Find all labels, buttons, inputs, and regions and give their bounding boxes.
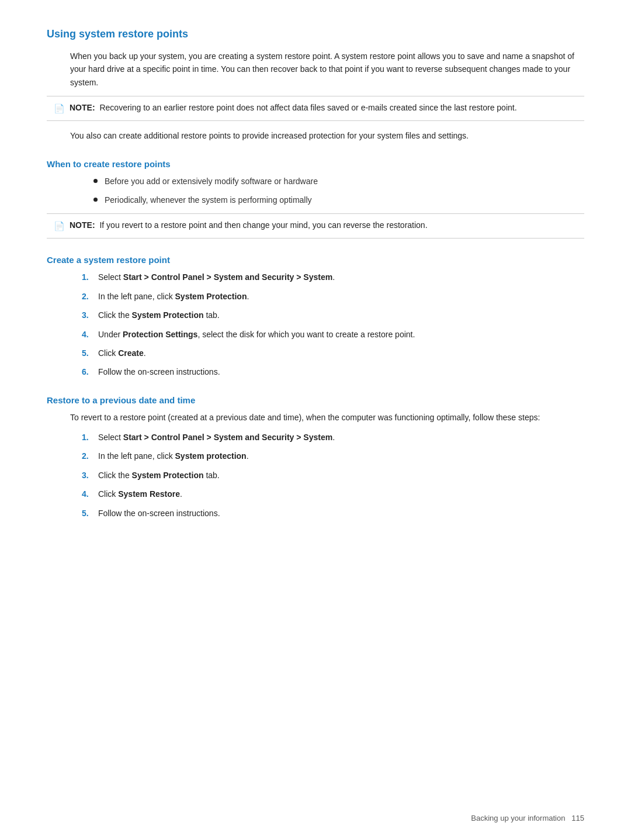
table-row: 5. Click Create. bbox=[82, 347, 584, 359]
step-text-2: In the left pane, click System Protectio… bbox=[98, 290, 249, 303]
restore-step-text-4: Click System Restore. bbox=[98, 488, 182, 500]
table-row: 4. Click System Restore. bbox=[82, 488, 584, 500]
step-text-3: Click the System Protection tab. bbox=[98, 309, 220, 322]
bullet-text-2: Periodically, whenever the system is per… bbox=[105, 193, 312, 206]
when-section-title: When to create restore points bbox=[47, 159, 584, 169]
restore-step-text-5: Follow the on-screen instructions. bbox=[98, 507, 220, 520]
table-row: 2. In the left pane, click System protec… bbox=[82, 450, 584, 462]
step-text-4: Under Protection Settings, select the di… bbox=[98, 328, 415, 341]
restore-intro: To revert to a restore point (created at… bbox=[70, 411, 584, 424]
table-row: 3. Click the System Protection tab. bbox=[82, 309, 584, 322]
list-item: Before you add or extensively modify sof… bbox=[93, 175, 584, 188]
table-row: 5. Follow the on-screen instructions. bbox=[82, 507, 584, 520]
create-steps-list: 1. Select Start > Control Panel > System… bbox=[82, 271, 584, 378]
note-icon-1: 📄 bbox=[54, 102, 65, 116]
restore-step-number-2: 2. bbox=[82, 450, 98, 462]
when-bullet-list: Before you add or extensively modify sof… bbox=[93, 175, 584, 207]
intro-paragraph: When you back up your system, you are cr… bbox=[70, 50, 584, 89]
note-1-label: NOTE: bbox=[70, 103, 95, 112]
table-row: 1. Select Start > Control Panel > System… bbox=[82, 431, 584, 444]
table-row: 3. Click the System Protection tab. bbox=[82, 469, 584, 482]
page-number: 115 bbox=[571, 814, 584, 822]
restore-step-number-3: 3. bbox=[82, 469, 98, 482]
step-number-1: 1. bbox=[82, 271, 98, 284]
table-row: 4. Under Protection Settings, select the… bbox=[82, 328, 584, 341]
restore-step-text-3: Click the System Protection tab. bbox=[98, 469, 220, 482]
note-2-content: NOTE: If you revert to a restore point a… bbox=[70, 219, 428, 231]
note-box-1: 📄 NOTE: Recovering to an earlier restore… bbox=[47, 96, 584, 121]
bullet-text-1: Before you add or extensively modify sof… bbox=[105, 175, 318, 188]
additional-paragraph: You also can create additional restore p… bbox=[70, 129, 584, 142]
note-1-content: NOTE: Recovering to an earlier restore p… bbox=[70, 101, 517, 114]
step-number-2: 2. bbox=[82, 290, 98, 303]
table-row: 6. Follow the on-screen instructions. bbox=[82, 365, 584, 378]
create-section-title: Create a system restore point bbox=[47, 255, 584, 265]
note-icon-2: 📄 bbox=[54, 219, 65, 233]
step-number-3: 3. bbox=[82, 309, 98, 322]
restore-step-number-1: 1. bbox=[82, 431, 98, 444]
restore-steps-list: 1. Select Start > Control Panel > System… bbox=[82, 431, 584, 520]
bullet-dot bbox=[93, 179, 98, 183]
list-item: Periodically, whenever the system is per… bbox=[93, 193, 584, 206]
table-row: 2. In the left pane, click System Protec… bbox=[82, 290, 584, 303]
restore-section-title: Restore to a previous date and time bbox=[47, 395, 584, 405]
step-number-5: 5. bbox=[82, 347, 98, 359]
bullet-dot bbox=[93, 198, 98, 202]
page-footer: Backing up your information 115 bbox=[471, 814, 584, 822]
footer-text: Backing up your information bbox=[471, 814, 565, 822]
step-number-6: 6. bbox=[82, 365, 98, 378]
note-2-label: NOTE: bbox=[70, 220, 95, 230]
note-2-text: If you revert to a restore point and the… bbox=[98, 220, 428, 230]
step-text-1: Select Start > Control Panel > System an… bbox=[98, 271, 335, 284]
step-text-5: Click Create. bbox=[98, 347, 146, 359]
main-section-title: Using system restore points bbox=[47, 28, 584, 43]
table-row: 1. Select Start > Control Panel > System… bbox=[82, 271, 584, 284]
note-box-2: 📄 NOTE: If you revert to a restore point… bbox=[47, 213, 584, 238]
restore-step-text-1: Select Start > Control Panel > System an… bbox=[98, 431, 335, 444]
restore-step-text-2: In the left pane, click System protectio… bbox=[98, 450, 249, 462]
restore-step-number-5: 5. bbox=[82, 507, 98, 520]
restore-step-number-4: 4. bbox=[82, 488, 98, 500]
step-text-6: Follow the on-screen instructions. bbox=[98, 365, 220, 378]
note-1-text: Recovering to an earlier restore point d… bbox=[98, 103, 517, 112]
step-number-4: 4. bbox=[82, 328, 98, 341]
